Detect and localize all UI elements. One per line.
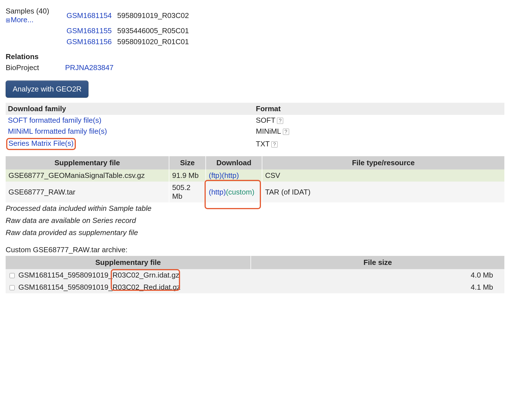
expand-icon[interactable]: ⊞ — [6, 18, 10, 23]
custom-archive-label: Custom GSE68777_RAW.tar archive: — [6, 245, 504, 254]
custom-file-suffix: R03C02_Grn.idat.gz — [112, 271, 179, 279]
help-icon[interactable]: ? — [283, 129, 289, 135]
supp-col-size: Size — [180, 158, 195, 167]
data-note: Processed data included within Sample ta… — [6, 202, 504, 215]
http-download-link[interactable]: (http) — [209, 188, 226, 196]
supp-col-file: Supplementary file — [54, 158, 120, 167]
series-matrix-link[interactable]: Series Matrix File(s) — [8, 139, 74, 148]
custom-file-size: 4.0 Mb — [471, 271, 493, 279]
sample-desc: 5935446005_R05C01 — [117, 26, 189, 35]
supp-file-size: 505.2 Mb — [172, 183, 190, 200]
custom-col-size: File size — [363, 258, 392, 267]
ftp-download-link[interactable]: (ftp) — [209, 171, 222, 180]
custom-file-size: 4.1 Mb — [471, 283, 493, 291]
analyze-geo2r-button[interactable]: Analyze with GEO2R — [6, 81, 88, 98]
samples-table: Samples (40) ⊞More... GSM1681154 5958091… — [6, 6, 190, 47]
samples-label: Samples (40) — [6, 7, 49, 15]
custom-file-prefix: GSM1681154_5958091019_ — [18, 283, 112, 291]
help-icon[interactable]: ? — [271, 141, 278, 148]
data-note: Raw data provided as supplementary file — [6, 227, 504, 239]
format-label: SOFT — [256, 116, 275, 124]
custom-file-suffix: R03C02_Red.idat.gz — [112, 283, 180, 291]
file-select-checkbox[interactable] — [10, 273, 15, 278]
samples-more-link[interactable]: More... — [11, 15, 34, 24]
supplementary-file-table: Supplementary file Size Download File ty… — [6, 156, 504, 202]
sample-id-link[interactable]: GSM1681155 — [66, 26, 112, 35]
http-download-link[interactable]: (http) — [222, 171, 239, 180]
supp-file-type: CSV — [265, 171, 280, 180]
format-label: TXT — [256, 140, 270, 148]
relations-table: BioProject PRJNA283847 — [6, 62, 114, 73]
sample-id-link[interactable]: GSM1681154 — [66, 11, 112, 20]
sample-id-link[interactable]: GSM1681156 — [66, 37, 112, 46]
highlight-annotation: Series Matrix File(s) — [6, 138, 76, 150]
dl-family-col-download: Download family — [8, 104, 66, 113]
sample-desc: 5958091020_R01C01 — [117, 37, 189, 46]
custom-col-file: Supplementary file — [95, 258, 161, 267]
supp-file-size: 91.9 Mb — [172, 171, 199, 180]
dl-family-col-format: Format — [256, 104, 281, 113]
custom-download-link[interactable]: (custom) — [226, 188, 254, 196]
relations-heading: Relations — [6, 47, 504, 62]
download-family-table: Download family Format SOFT formatted fa… — [6, 103, 504, 151]
miniml-family-link[interactable]: MINiML formatted family file(s) — [8, 127, 107, 135]
supp-col-download: Download — [216, 158, 251, 167]
supp-col-type: File type/resource — [352, 158, 415, 167]
bioproject-link[interactable]: PRJNA283847 — [65, 63, 114, 72]
file-select-checkbox[interactable] — [10, 285, 15, 290]
help-icon[interactable]: ? — [277, 118, 283, 124]
custom-archive-table: Supplementary file File size GSM1681154_… — [6, 256, 504, 293]
custom-file-prefix: GSM1681154_5958091019_ — [18, 271, 112, 279]
soft-family-link[interactable]: SOFT formatted family file(s) — [8, 116, 101, 124]
supp-file-name: GSE68777_RAW.tar — [8, 188, 76, 196]
sample-desc: 5958091019_R03C02 — [117, 11, 189, 20]
supp-file-type: TAR (of IDAT) — [265, 188, 311, 196]
data-note: Raw data are available on Series record — [6, 215, 504, 227]
format-label: MINiML — [256, 127, 281, 135]
supp-file-name: GSE68777_GEOManiaSignalTable.csv.gz — [8, 171, 145, 180]
bioproject-label: BioProject — [6, 63, 39, 72]
